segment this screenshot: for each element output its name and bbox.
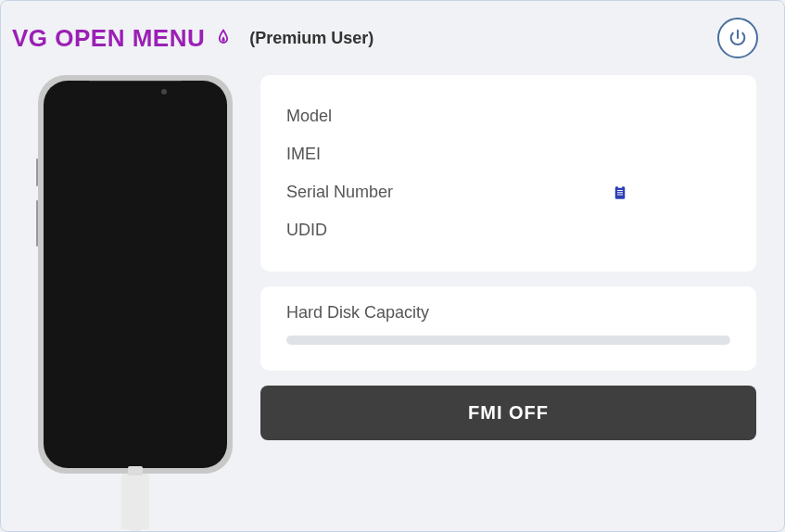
- serial-label: Serial Number: [286, 183, 490, 202]
- udid-label: UDID: [286, 221, 490, 240]
- phone-mockup: [38, 75, 233, 474]
- model-label: Model: [286, 107, 490, 126]
- serial-row: Serial Number: [286, 173, 730, 211]
- app-title: VG OPEN MENU: [12, 24, 205, 53]
- storage-label: Hard Disk Capacity: [286, 303, 730, 323]
- fmi-off-button[interactable]: FMI OFF: [260, 386, 756, 440]
- user-badge: (Premium User): [249, 29, 374, 48]
- svg-rect-2: [617, 190, 623, 191]
- model-row: Model: [286, 97, 730, 135]
- svg-rect-4: [617, 194, 623, 195]
- content: Model IMEI Serial Number: [1, 66, 784, 529]
- info-column: Model IMEI Serial Number: [260, 75, 756, 529]
- phone-column: [29, 75, 242, 529]
- device-info-card: Model IMEI Serial Number: [260, 75, 756, 272]
- storage-bar: [286, 336, 730, 345]
- imei-row: IMEI: [286, 135, 730, 173]
- flame-icon: [214, 27, 234, 49]
- copy-icon[interactable]: [612, 184, 628, 202]
- imei-label: IMEI: [286, 145, 490, 164]
- usb-cable-icon: [121, 474, 149, 529]
- udid-row: UDID: [286, 211, 730, 249]
- storage-card: Hard Disk Capacity: [260, 286, 756, 371]
- header: VG OPEN MENU (Premium User): [1, 1, 784, 66]
- svg-rect-1: [618, 184, 623, 187]
- svg-rect-3: [617, 192, 623, 193]
- power-button[interactable]: [717, 18, 758, 58]
